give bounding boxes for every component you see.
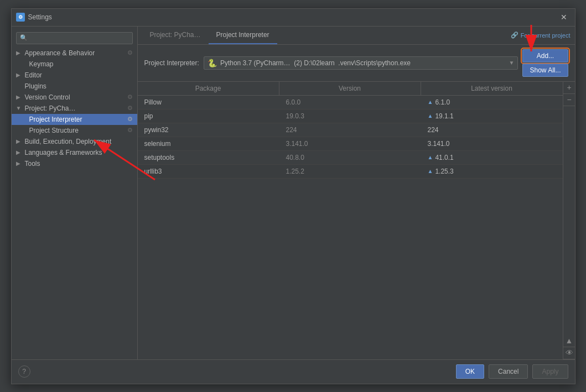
for-current-project[interactable]: 🔗 For current project	[511, 32, 571, 39]
cell-package: setuptools	[138, 151, 279, 164]
update-arrow-icon: ▲	[428, 113, 433, 119]
table-row: pywin32 224 224	[138, 123, 563, 137]
interpreter-select[interactable]: 🐍 Python 3.7 (PyCharm… (2) D:\02learn .v…	[204, 56, 518, 70]
tab-project-interpreter[interactable]: Project Interpreter	[209, 27, 277, 44]
cell-latest: 3.141.0	[421, 137, 563, 150]
cancel-button[interactable]: Cancel	[489, 364, 528, 379]
update-arrow-icon: ▲	[428, 154, 433, 160]
eye-button[interactable]: 👁	[563, 347, 575, 359]
side-actions: + − ▲ 👁	[563, 82, 575, 359]
cell-version: 224	[279, 123, 421, 137]
gear-icon: ⚙	[127, 116, 133, 123]
app-icon: ⚙	[16, 13, 25, 22]
show-all-button[interactable]: Show All...	[522, 64, 568, 77]
table-row: selenium 3.141.0 3.141.0	[138, 137, 563, 151]
close-button[interactable]: ✕	[557, 11, 571, 24]
sidebar-item-editor[interactable]: ▶ Editor	[12, 70, 137, 81]
cell-package: pywin32	[138, 123, 279, 137]
scroll-up-button[interactable]: ▲	[563, 335, 575, 347]
expand-icon: ▶	[16, 149, 23, 155]
main-content: Project: PyCha… Project Interpreter 🔗 Fo…	[138, 27, 575, 359]
col-version: Version	[279, 82, 421, 95]
sidebar-item-plugins[interactable]: ▶ Plugins	[12, 81, 137, 92]
expand-icon: ▶	[16, 94, 23, 100]
expand-icon: ▶	[16, 138, 23, 144]
expand-icon: ▼	[16, 105, 23, 111]
sidebar: 🔍 ▶ Appearance & Behavior ⚙ Keymap ▶ Edi…	[12, 27, 138, 359]
interpreter-bar: Project Interpreter: 🐍 Python 3.7 (PyCha…	[138, 45, 575, 82]
cell-latest: 224	[421, 123, 563, 137]
table-row: urllib3 1.25.2 ▲ 1.25.3	[138, 165, 563, 179]
cell-package: urllib3	[138, 165, 279, 178]
cell-version: 40.8.0	[279, 151, 421, 164]
dropdown-arrow-icon: ▼	[509, 60, 515, 66]
cell-latest: ▲ 6.1.0	[421, 96, 563, 109]
tab-project-pycha[interactable]: Project: PyCha…	[142, 27, 209, 44]
cell-latest: ▲ 1.25.3	[421, 165, 563, 178]
cell-version: 19.0.3	[279, 109, 421, 123]
gear-icon: ⚙	[127, 127, 133, 134]
sidebar-item-version-control[interactable]: ▶ Version Control ⚙	[12, 92, 137, 103]
table-header: Package Version Latest version	[138, 82, 563, 96]
table-row: setuptools 40.8.0 ▲ 41.0.1	[138, 151, 563, 165]
gear-icon: ⚙	[127, 104, 133, 112]
gear-icon: ⚙	[127, 49, 133, 56]
python-icon: 🐍	[208, 59, 217, 67]
col-latest: Latest version	[421, 82, 563, 95]
search-icon: 🔍	[20, 34, 28, 41]
table-row: Pillow 6.0.0 ▲ 6.1.0	[138, 96, 563, 109]
expand-icon: ▶	[16, 50, 23, 56]
tab-bar: Project: PyCha… Project Interpreter 🔗 Fo…	[138, 27, 575, 45]
update-arrow-icon: ▲	[428, 99, 433, 105]
package-area: Package Version Latest version Pillow 6.…	[138, 82, 575, 359]
title-bar: ⚙ Settings ✕	[12, 9, 575, 27]
add-package-button[interactable]: +	[563, 82, 575, 94]
interpreter-label: Project Interpreter:	[144, 59, 199, 67]
add-button[interactable]: Add...	[522, 49, 568, 62]
cell-latest: ▲ 41.0.1	[421, 151, 563, 164]
apply-button[interactable]: Apply	[532, 364, 568, 379]
update-arrow-icon: ▲	[428, 168, 433, 174]
sidebar-item-project-interpreter[interactable]: Project Interpreter ⚙	[12, 114, 137, 125]
sidebar-item-project[interactable]: ▼ Project: PyCha… ⚙	[12, 103, 137, 114]
expand-icon: ▶	[16, 160, 23, 166]
cell-package: Pillow	[138, 96, 279, 109]
link-icon: 🔗	[511, 32, 518, 39]
sidebar-item-build[interactable]: ▶ Build, Execution, Deployment	[12, 136, 137, 147]
interpreter-select-text: Python 3.7 (PyCharm… (2) D:\02learn .ven…	[220, 59, 509, 67]
remove-package-button[interactable]: −	[563, 94, 575, 106]
cell-package: pip	[138, 109, 279, 123]
dialog-footer: ? OK Cancel Apply	[12, 359, 575, 384]
ok-button[interactable]: OK	[456, 364, 484, 379]
sidebar-item-tools[interactable]: ▶ Tools	[12, 158, 137, 169]
search-input[interactable]	[30, 34, 129, 42]
package-table: Package Version Latest version Pillow 6.…	[138, 82, 563, 359]
dialog-title: Settings	[28, 13, 557, 21]
dialog-body: 🔍 ▶ Appearance & Behavior ⚙ Keymap ▶ Edi…	[12, 27, 575, 359]
sidebar-item-languages[interactable]: ▶ Languages & Frameworks	[12, 147, 137, 158]
col-package: Package	[138, 82, 279, 95]
expand-icon: ▶	[16, 72, 23, 78]
sidebar-item-keymap[interactable]: Keymap	[12, 59, 137, 70]
cell-latest: ▲ 19.1.1	[421, 109, 563, 123]
cell-version: 3.141.0	[279, 137, 421, 150]
sidebar-item-appearance[interactable]: ▶ Appearance & Behavior ⚙	[12, 48, 137, 59]
table-row: pip 19.0.3 ▲ 19.1.1	[138, 109, 563, 123]
search-box[interactable]: 🔍	[16, 32, 133, 44]
help-button[interactable]: ?	[18, 365, 30, 378]
sidebar-item-project-structure[interactable]: Project Structure ⚙	[12, 125, 137, 136]
cell-version: 6.0.0	[279, 96, 421, 109]
cell-package: selenium	[138, 137, 279, 150]
gear-icon: ⚙	[127, 93, 133, 101]
cell-version: 1.25.2	[279, 165, 421, 178]
